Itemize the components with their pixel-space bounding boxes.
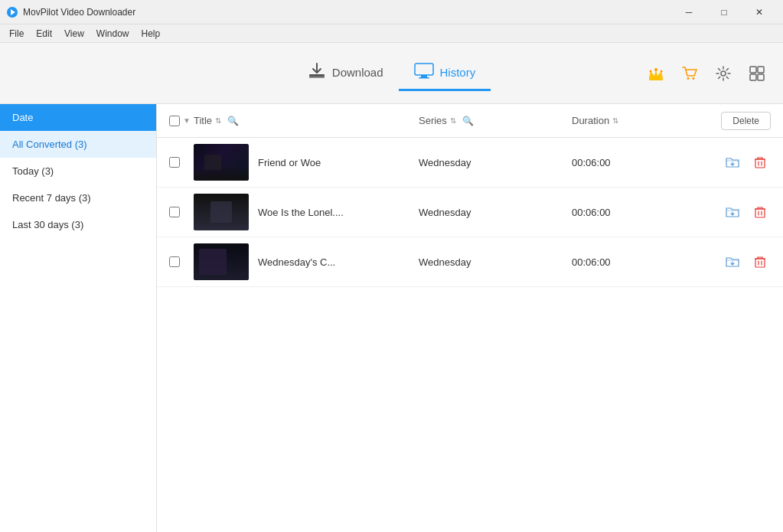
row-series-2: Wednesday — [419, 207, 572, 218]
svg-rect-17 — [758, 74, 764, 80]
menu-file[interactable]: File — [3, 27, 30, 41]
series-search-icon[interactable]: 🔍 — [462, 116, 474, 126]
tab-download[interactable]: Download — [292, 56, 399, 91]
series-sort-icon: ⇅ — [450, 116, 456, 125]
table-row: Friend or Woe Wednesday 00:06:00 — [157, 138, 783, 188]
toolbar: Download History — [0, 43, 783, 104]
table-body: Friend or Woe Wednesday 00:06:00 — [157, 138, 783, 532]
table-row: Woe Is the Lonel.... Wednesday 00:06:00 — [157, 188, 783, 237]
row-series-1: Wednesday — [419, 157, 572, 168]
row-actions-3 — [710, 251, 771, 273]
table-header: ▼ Title ⇅ 🔍 Series ⇅ 🔍 Duration ⇅ Delete — [157, 104, 783, 138]
row-duration-2: 00:06:00 — [572, 207, 710, 218]
svg-rect-7 — [649, 78, 663, 80]
open-folder-button-3[interactable] — [722, 251, 743, 273]
toolbar-tabs: Download History — [292, 56, 491, 91]
sidebar: Date All Converted (3) Today (3) Recent … — [0, 104, 157, 532]
app-icon — [6, 6, 18, 18]
window-controls: ─ □ ✕ — [671, 0, 777, 24]
sidebar-header: Date — [0, 104, 156, 131]
svg-rect-19 — [755, 209, 765, 217]
title-search-icon[interactable]: 🔍 — [227, 116, 239, 126]
svg-point-11 — [687, 77, 690, 80]
delete-button[interactable]: Delete — [721, 112, 771, 130]
row-checkbox-2 — [169, 207, 194, 217]
table-row: Wednesday's C... Wednesday 00:06:00 — [157, 237, 783, 287]
svg-rect-14 — [750, 67, 756, 73]
crown-button[interactable] — [642, 60, 670, 87]
tab-download-label: Download — [332, 66, 383, 79]
column-duration[interactable]: Duration ⇅ — [572, 115, 710, 126]
menu-bar: File Edit View Window Help — [0, 24, 783, 43]
menu-window[interactable]: Window — [90, 27, 135, 41]
sidebar-item-last30[interactable]: Last 30 days (3) — [0, 211, 156, 238]
svg-point-9 — [650, 70, 652, 72]
svg-point-12 — [693, 77, 695, 80]
grid-view-button[interactable] — [743, 60, 771, 87]
main-content: Date All Converted (3) Today (3) Recent … — [0, 104, 783, 532]
sidebar-item-today[interactable]: Today (3) — [0, 158, 156, 184]
svg-rect-4 — [415, 64, 433, 75]
series-column-label: Series — [419, 115, 447, 126]
menu-view[interactable]: View — [58, 27, 90, 41]
title-column-label: Title — [194, 115, 212, 126]
tab-history-label: History — [440, 66, 476, 79]
row-duration-1: 00:06:00 — [572, 157, 710, 168]
download-tab-icon — [308, 62, 326, 83]
row-actions-2 — [710, 201, 771, 223]
row-select-checkbox-1[interactable] — [169, 157, 180, 168]
row-select-checkbox-3[interactable] — [169, 256, 180, 267]
svg-point-10 — [661, 70, 663, 72]
row-title-2: Woe Is the Lonel.... — [258, 207, 419, 218]
row-thumbnail-2 — [194, 194, 249, 230]
open-folder-button-2[interactable] — [722, 201, 743, 223]
svg-rect-16 — [750, 74, 756, 80]
cart-button[interactable] — [676, 60, 703, 87]
row-title-1: Friend or Woe — [258, 157, 419, 168]
svg-rect-3 — [309, 77, 325, 78]
delete-row-button-3[interactable] — [749, 251, 771, 273]
svg-rect-2 — [309, 74, 325, 77]
row-thumbnail-1 — [194, 144, 249, 181]
menu-edit[interactable]: Edit — [30, 27, 58, 41]
column-series[interactable]: Series ⇅ 🔍 — [419, 115, 572, 126]
duration-sort-icon: ⇅ — [612, 116, 618, 125]
row-checkbox-3 — [169, 256, 194, 267]
sidebar-item-recent7[interactable]: Recent 7 days (3) — [0, 184, 156, 211]
title-sort-icon: ⇅ — [215, 116, 221, 125]
row-duration-3: 00:06:00 — [572, 256, 710, 268]
tab-history[interactable]: History — [399, 56, 491, 91]
maximize-button[interactable]: □ — [706, 0, 742, 24]
row-title-3: Wednesday's C... — [258, 256, 419, 268]
minimize-button[interactable]: ─ — [671, 0, 706, 24]
row-thumbnail-3 — [194, 243, 249, 280]
column-actions: Delete — [710, 112, 771, 130]
svg-rect-5 — [421, 75, 427, 77]
content-area: ▼ Title ⇅ 🔍 Series ⇅ 🔍 Duration ⇅ Delete — [157, 104, 783, 532]
svg-rect-20 — [755, 259, 765, 267]
delete-row-button-2[interactable] — [749, 201, 771, 223]
sort-chevron-icon: ▼ — [183, 116, 191, 125]
settings-button[interactable] — [710, 60, 737, 87]
sidebar-item-all[interactable]: All Converted (3) — [0, 131, 156, 158]
header-checkbox-cell: ▼ — [169, 116, 194, 126]
title-bar: MovPilot Video Downloader ─ □ ✕ — [0, 0, 783, 24]
history-tab-icon — [414, 62, 434, 83]
row-actions-1 — [710, 152, 771, 173]
svg-rect-15 — [758, 67, 764, 73]
svg-point-13 — [721, 71, 726, 76]
row-series-3: Wednesday — [419, 256, 572, 268]
column-title[interactable]: Title ⇅ 🔍 — [194, 115, 419, 126]
select-all-checkbox[interactable] — [169, 116, 180, 126]
svg-rect-6 — [419, 77, 429, 79]
row-select-checkbox-2[interactable] — [169, 207, 180, 217]
menu-help[interactable]: Help — [135, 27, 167, 41]
toolbar-right-icons — [642, 60, 771, 87]
row-checkbox-1 — [169, 157, 194, 168]
duration-column-label: Duration — [572, 115, 609, 126]
close-button[interactable]: ✕ — [742, 0, 777, 24]
delete-row-button-1[interactable] — [749, 152, 771, 173]
svg-rect-18 — [755, 159, 765, 168]
svg-point-8 — [654, 68, 657, 71]
open-folder-button-1[interactable] — [722, 152, 743, 173]
